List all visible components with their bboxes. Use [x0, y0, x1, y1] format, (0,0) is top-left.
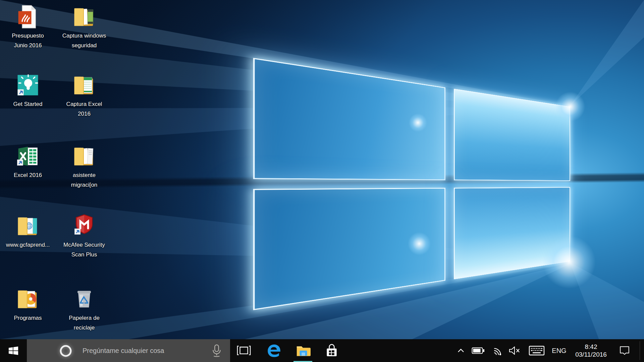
desktop-icon-label: Get Started	[13, 99, 43, 109]
windows-start-icon	[8, 345, 19, 356]
keyboard-icon	[529, 344, 545, 357]
clock-date: 03/11/2016	[575, 351, 607, 358]
desktop-icon-label: Excel 2016	[14, 170, 42, 180]
taskbar: ENG 8:42 03/11/2016	[0, 339, 644, 362]
action-center-button[interactable]	[616, 339, 633, 362]
wallpaper-glow	[542, 235, 596, 289]
desktop-icon-label: Papelera de reciclaje	[69, 313, 100, 333]
wallpaper-glow	[408, 232, 431, 255]
desktop-icon-label: McAfee Security Scan Plus	[63, 240, 105, 259]
language-code: ENG	[552, 347, 566, 355]
desktop-icon-captura-excel[interactable]: Captura Excel 2016	[55, 71, 113, 119]
notification-bubble-icon	[618, 344, 631, 357]
battery-icon	[472, 346, 485, 356]
language-indicator[interactable]: ENG	[549, 339, 569, 362]
clock[interactable]: 8:42 03/11/2016	[570, 339, 612, 362]
search-input[interactable]	[83, 339, 230, 362]
desktop-icon-presupuesto[interactable]: Presupuesto Junio 2016	[0, 3, 57, 50]
wallpaper-glow	[409, 113, 427, 132]
volume-muted-button[interactable]	[506, 339, 523, 362]
edge-browser-button[interactable]	[263, 339, 285, 362]
start-button[interactable]	[0, 339, 27, 362]
chevron-up-icon	[457, 347, 465, 354]
desktop-icon-mcafee[interactable]: McAfee Security Scan Plus	[55, 212, 113, 259]
desktop-icon-asistente-migracion[interactable]: asistente migraci[on	[55, 142, 113, 190]
web-folder-icon	[14, 212, 42, 240]
wallpaper-glow	[555, 92, 585, 122]
microphone-icon[interactable]	[210, 344, 223, 358]
document-icon	[14, 3, 42, 31]
desktop-icon-label: Presupuesto Junio 2016	[12, 31, 44, 50]
mcafee-shield-icon	[70, 212, 98, 240]
cortana-icon	[59, 344, 72, 358]
desktop-icon-excel-2016[interactable]: Excel 2016	[0, 142, 57, 180]
desktop-icon-get-started[interactable]: Get Started	[0, 71, 57, 109]
desktop-icon-label: Captura Excel 2016	[66, 99, 102, 119]
desktop-wallpaper[interactable]: Presupuesto Junio 2016 Get Started	[0, 0, 644, 339]
battery-status-button[interactable]	[470, 339, 486, 362]
task-view-icon	[236, 343, 251, 358]
file-explorer-button[interactable]	[292, 339, 314, 362]
touch-keyboard-button[interactable]	[528, 339, 545, 362]
excel-icon	[14, 142, 42, 170]
recycle-bin-icon	[70, 285, 98, 313]
desktop-icon-label: asistente migraci[on	[71, 170, 97, 190]
desktop-icon-programas[interactable]: Programas	[0, 285, 57, 323]
cortana-search-box[interactable]	[27, 339, 230, 362]
show-hidden-icons-button[interactable]	[454, 339, 468, 362]
task-view-button[interactable]	[233, 339, 255, 362]
clock-time: 8:42	[585, 343, 597, 351]
desktop-icon-captura-windows[interactable]: Captura windows seguridad	[55, 3, 113, 50]
edge-icon	[266, 343, 282, 358]
spreadsheet-folder-icon	[70, 71, 98, 99]
desktop-icon-recycle-bin[interactable]: Papelera de reciclaje	[55, 285, 113, 333]
programs-folder-icon	[14, 285, 42, 313]
file-explorer-icon	[295, 343, 311, 358]
desktop-icon-label: www.gcfaprend...	[6, 240, 50, 250]
windows-store-button[interactable]	[321, 339, 342, 362]
wifi-icon	[492, 345, 503, 356]
desktop-icon-label: Programas	[14, 313, 42, 323]
desktop-icon-gcfaprende[interactable]: www.gcfaprend...	[0, 212, 57, 250]
lightbulb-icon	[14, 71, 42, 99]
pictures-folder-icon	[70, 3, 98, 31]
desktop-icon-label: Captura windows seguridad	[62, 31, 106, 50]
store-icon	[324, 343, 339, 358]
wifi-status-button[interactable]	[490, 339, 505, 362]
documents-folder-icon	[70, 142, 98, 170]
show-desktop-edge[interactable]	[640, 341, 640, 360]
speaker-muted-icon	[508, 345, 521, 356]
